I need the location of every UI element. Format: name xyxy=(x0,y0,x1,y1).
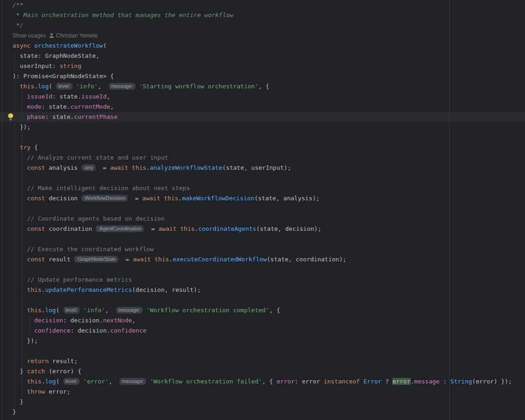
code-token: } xyxy=(12,408,16,415)
code-token: : state. xyxy=(52,93,81,100)
code-line[interactable]: // Make intelligent decision about next … xyxy=(12,183,512,193)
code-line[interactable]: async orchestrateWorkflow( xyxy=(12,41,512,51)
code-token: decision xyxy=(45,195,81,202)
code-line[interactable]: userInput: string xyxy=(12,61,512,71)
code-token: async xyxy=(12,42,31,49)
code-token: , { xyxy=(262,378,277,385)
code-token: * Main orchestration method that manages… xyxy=(12,12,233,19)
code-line[interactable] xyxy=(12,295,512,305)
code-token: currentPhase xyxy=(74,113,117,120)
code-token: coordinateAgents xyxy=(198,225,256,232)
code-token xyxy=(128,164,132,171)
code-line[interactable]: // Analyze current state and user input xyxy=(12,153,512,163)
code-line[interactable]: mode: state.currentMode, xyxy=(12,102,512,112)
code-line[interactable]: } xyxy=(12,397,512,407)
author-annotation[interactable]: Christian Yemele xyxy=(49,32,98,39)
code-line[interactable]: throw error; xyxy=(12,387,512,397)
code-token: (state, decision); xyxy=(256,225,321,232)
code-line[interactable]: // Update performance metrics xyxy=(12,275,512,285)
code-line[interactable]: }); xyxy=(12,336,512,346)
code-token: ( xyxy=(56,307,63,314)
code-token: const xyxy=(27,256,45,263)
code-line[interactable]: this.log( level: 'error', message: 'Work… xyxy=(12,377,512,387)
inlay-hint-badge: level: xyxy=(56,83,73,90)
show-usages-link[interactable]: Show usages xyxy=(12,32,46,39)
code-line[interactable]: const coordination :AgentCoordination = … xyxy=(12,224,512,234)
code-token xyxy=(151,256,154,263)
code-line[interactable]: this.log( level: 'info', message: 'Workf… xyxy=(12,305,512,315)
code-token: mode xyxy=(12,103,42,110)
code-line[interactable]: ): Promise<GraphNodeState> { xyxy=(12,71,512,81)
code-line[interactable]: } xyxy=(12,407,512,417)
code-line[interactable]: this.log( level: 'info', message: 'Start… xyxy=(12,81,512,92)
code-token: = xyxy=(118,256,133,263)
code-token: (error) }); xyxy=(472,378,512,385)
code-token: const xyxy=(27,164,45,171)
code-token: ( xyxy=(49,83,56,90)
inlay-hint-badge: level: xyxy=(63,307,80,314)
code-line[interactable]: const decision :WorkflowDecision = await… xyxy=(12,193,512,204)
code-line[interactable]: const result :GraphNodeState = await thi… xyxy=(12,254,512,265)
code-line[interactable]: phase: state.currentPhase xyxy=(12,112,512,122)
code-line[interactable]: return result; xyxy=(12,356,512,366)
code-token: log xyxy=(45,307,56,314)
code-token: : error xyxy=(295,378,324,385)
code-line[interactable] xyxy=(12,265,512,275)
code-token: this xyxy=(180,225,195,232)
code-token xyxy=(146,378,150,385)
code-line[interactable]: confidence: decision.confidence xyxy=(12,326,512,336)
code-token: coordination xyxy=(45,225,96,232)
code-token: confidence xyxy=(110,327,146,334)
code-token: await xyxy=(159,225,177,232)
code-line[interactable]: issueId: state.issueId, xyxy=(12,92,512,102)
inlay-hint-badge: message: xyxy=(116,307,143,314)
code-line[interactable] xyxy=(12,173,512,183)
code-token: , xyxy=(132,317,136,324)
code-line[interactable]: // Coordinate agents based on decision xyxy=(12,214,512,224)
code-line[interactable]: decision: decision.nextNode, xyxy=(12,315,512,326)
code-line[interactable] xyxy=(12,204,512,214)
code-line[interactable]: // Execute the coordinated workflow xyxy=(12,244,512,254)
code-line[interactable]: state: GraphNodeState, xyxy=(12,51,512,61)
code-line[interactable]: }); xyxy=(12,122,512,132)
code-token: , { xyxy=(259,83,269,90)
code-text-area[interactable]: /** * Main orchestration method that man… xyxy=(12,0,512,417)
code-token: (state, analysis); xyxy=(254,195,320,202)
code-token: : state. xyxy=(45,113,74,120)
code-token: makeWorkflowDecision xyxy=(182,195,254,202)
code-token: : state. xyxy=(42,103,71,110)
code-token: message xyxy=(414,378,439,385)
code-token: await xyxy=(133,256,151,263)
code-line[interactable] xyxy=(12,346,512,356)
code-line[interactable] xyxy=(12,234,512,244)
code-token: catch xyxy=(27,368,45,375)
code-token: // Execute the coordinated workflow xyxy=(12,246,154,253)
code-token: ( xyxy=(103,42,107,49)
lightbulb-icon[interactable] xyxy=(7,113,14,121)
code-line[interactable]: */ xyxy=(12,20,512,31)
code-line[interactable]: this.updatePerformanceMetrics(decision, … xyxy=(12,285,512,295)
code-token: await xyxy=(110,164,128,171)
code-token: decision xyxy=(12,317,63,324)
code-token: /** xyxy=(12,1,23,8)
code-token xyxy=(12,83,20,90)
code-token: : decision. xyxy=(70,327,110,334)
code-token: }); xyxy=(12,124,31,130)
code-token: issueId xyxy=(81,93,107,100)
code-token: phase xyxy=(12,113,45,120)
inlay-hint-badge: message: xyxy=(119,378,146,385)
code-token: } xyxy=(12,398,23,405)
code-token: instanceof xyxy=(324,378,360,385)
code-editor[interactable]: /** * Main orchestration method that man… xyxy=(0,0,525,420)
author-name: Christian Yemele xyxy=(56,32,98,39)
code-line[interactable]: * Main orchestration method that manages… xyxy=(12,10,512,20)
code-line[interactable] xyxy=(12,132,512,142)
code-line[interactable]: const analysis :any = await this.analyze… xyxy=(12,163,512,173)
code-token xyxy=(12,256,27,263)
code-line[interactable]: /** xyxy=(12,0,512,10)
code-token: , xyxy=(98,83,108,90)
code-line[interactable]: } catch (error) { xyxy=(12,366,512,377)
code-line[interactable]: try { xyxy=(12,142,512,153)
code-token: try xyxy=(20,144,31,151)
code-token: this xyxy=(154,256,169,263)
